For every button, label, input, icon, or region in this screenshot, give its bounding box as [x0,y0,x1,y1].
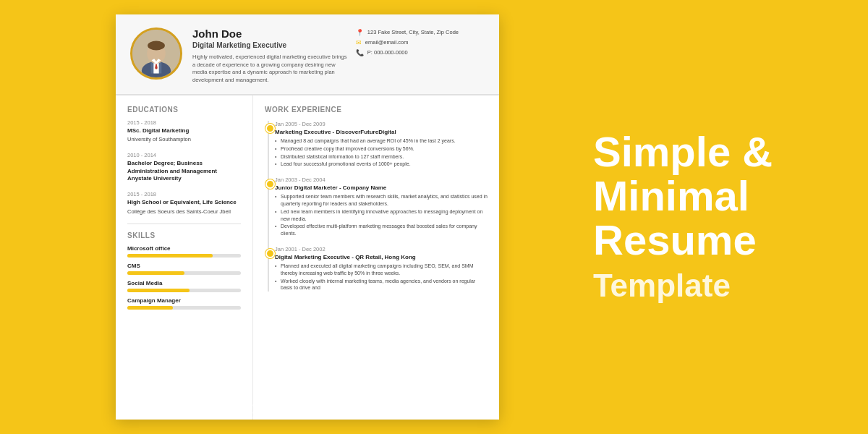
bullet-1-1: Managed 8 ad campaigns that had an avera… [275,137,488,145]
email-icon: ✉ [356,39,362,46]
candidate-summary: Highly motivated, experienced digital ma… [192,54,347,84]
candidate-title: Digital Marketing Executive [192,41,347,49]
skill-item-4: Campaign Manager [127,297,241,310]
skill-bar-bg-1 [127,254,241,258]
bullet-3-1: Planned and executed all digital marketi… [275,263,488,277]
resume-document: John Doe Digital Marketing Executive Hig… [116,14,499,420]
bullet-2-2: Led new team members in identifying inno… [275,208,488,223]
skill-item-1: Microsoft office [127,245,241,258]
skill-bar-fill-2 [127,271,184,275]
work-title-3: Digital Marketing Executive - QR Retail,… [275,254,488,260]
skills-section: Skills Microsoft office CMS Social Media [127,231,241,310]
skill-bar-bg-2 [127,271,241,275]
edu-item-3: 2015 - 2018 High School or Equivalent, L… [127,191,241,215]
avatar [130,27,182,80]
education-section-title: Educations [127,106,241,114]
resume-body: Educations 2015 - 2018 MSc. Digital Mark… [116,95,499,420]
work-section-title: Work Experience [265,106,488,114]
bullet-1-2: Proofread creative copy that improved co… [275,145,488,153]
skill-item-2: CMS [127,263,241,275]
edu-degree-3: High School or Equivalent, Life Science [127,199,241,206]
skill-bar-fill-1 [127,254,213,258]
edu-degree-1: MSc. Digital Marketing [127,127,241,135]
location-icon: 📍 [356,29,364,36]
work-title-1: Marketing Executive - DiscoverFutureDigi… [275,129,488,135]
skill-bar-fill-3 [127,289,190,292]
work-title-2: Junior Digital Marketer - Company Name [275,184,488,191]
section-divider [127,224,241,224]
work-item-2: Jan 2003 - Dec 2004 Junior Digital Marke… [275,176,488,237]
promo-text-block: Simple & Minimal Resume Template [593,130,839,303]
promo-line1: Simple & Minimal Resume [593,130,839,263]
contact-email: ✉ email@email.com [356,39,485,46]
edu-item-1: 2015 - 2018 MSc. Digital Marketing Unive… [127,119,241,143]
work-item-1: Jan 2005 - Dec 2009 Marketing Executive … [275,121,488,168]
work-item-3: Jan 2001 - Dec 2002 Digital Marketing Ex… [275,246,488,292]
edu-school-1: University of Southampton [127,136,241,143]
skill-name-2: CMS [127,263,241,269]
work-timeline: Jan 2005 - Dec 2009 Marketing Executive … [265,121,488,292]
left-column: Educations 2015 - 2018 MSc. Digital Mark… [116,95,253,420]
header-right: 📍 123 Fake Street, City, State, Zip Code… [356,27,485,84]
skill-name-3: Social Media [127,280,241,286]
work-date-2: Jan 2003 - Dec 2004 [275,176,488,183]
work-date-3: Jan 2001 - Dec 2002 [275,246,488,252]
edu-item-2: 2010 - 2014 Bachelor Degree; Business Ad… [127,152,241,182]
skill-name-4: Campaign Manager [127,297,241,304]
contact-address: 📍 123 Fake Street, City, State, Zip Code [356,29,485,36]
work-bullets-1: Managed 8 ad campaigns that had an avera… [275,137,488,168]
skill-bar-bg-4 [127,306,241,310]
work-date-1: Jan 2005 - Dec 2009 [275,121,488,127]
svg-point-6 [148,41,165,51]
skill-item-3: Social Media [127,280,241,292]
candidate-name: John Doe [192,27,347,40]
work-bullets-2: Supported senior team members with resea… [275,193,488,237]
bullet-2-3: Developed effective multi-platform marke… [275,223,488,237]
edu-degree-2: Bachelor Degree; Business Administration… [127,160,241,182]
header-left: John Doe Digital Marketing Executive Hig… [192,27,347,84]
edu-year-3: 2015 - 2018 [127,191,241,197]
promo-line2: Template [593,268,839,303]
right-column: Work Experience Jan 2005 - Dec 2009 Mark… [253,95,499,420]
work-bullets-3: Planned and executed all digital marketi… [275,263,488,292]
bullet-2-1: Supported senior team members with resea… [275,193,488,208]
skill-bar-fill-4 [127,306,173,310]
phone-icon: 📞 [356,49,364,56]
bullet-1-3: Distributed statistical information to 1… [275,153,488,161]
edu-year-2: 2010 - 2014 [127,152,241,158]
skill-name-1: Microsoft office [127,245,241,252]
resume-header: John Doe Digital Marketing Executive Hig… [116,14,499,95]
edu-year-1: 2015 - 2018 [127,119,241,126]
bullet-3-2: Worked closely with internal marketing t… [275,278,488,292]
skill-bar-bg-3 [127,289,241,292]
edu-school-3: Collège des Soeurs des Saints-Coeur Jbei… [127,208,241,216]
skills-section-title: Skills [127,231,241,239]
header-info: John Doe Digital Marketing Executive Hig… [192,27,485,84]
contact-phone: 📞 P: 000-000-0000 [356,49,485,56]
bullet-1-4: Lead four successful promotional events … [275,161,488,168]
